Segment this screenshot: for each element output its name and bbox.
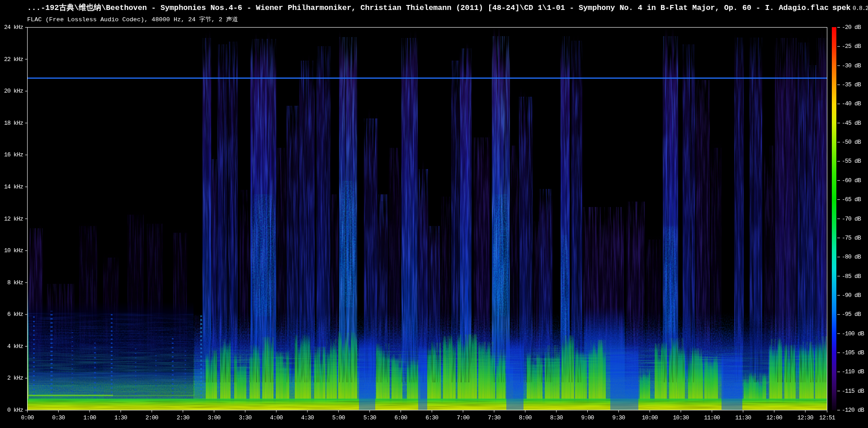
svg-text:6 kHz: 6 kHz (7, 311, 23, 318)
svg-text:spek: spek (832, 4, 851, 12)
svg-text:2 kHz: 2 kHz (7, 375, 23, 381)
svg-text:6:00: 6:00 (394, 414, 407, 421)
svg-text:6:30: 6:30 (425, 414, 438, 421)
svg-text:-40 dB: -40 dB (842, 100, 861, 107)
svg-text:10 kHz: 10 kHz (4, 247, 23, 254)
svg-text:20 kHz: 20 kHz (4, 88, 23, 94)
svg-text:-105 dB: -105 dB (842, 349, 864, 356)
svg-text:12 kHz: 12 kHz (4, 216, 23, 222)
svg-text:10:00: 10:00 (642, 414, 658, 421)
svg-text:9:30: 9:30 (612, 414, 625, 421)
svg-text:3:00: 3:00 (208, 414, 220, 421)
svg-text:FLAC (Free Lossless Audio Code: FLAC (Free Lossless Audio Codec), 48000 … (27, 16, 238, 23)
svg-text:12:30: 12:30 (797, 414, 813, 421)
svg-text:22 kHz: 22 kHz (4, 56, 23, 63)
svg-text:-55 dB: -55 dB (842, 158, 861, 165)
svg-text:1:30: 1:30 (114, 414, 127, 421)
svg-text:-65 dB: -65 dB (842, 196, 861, 203)
svg-text:-25 dB: -25 dB (842, 43, 861, 50)
svg-text:-110 dB: -110 dB (842, 368, 864, 375)
svg-text:4 kHz: 4 kHz (7, 343, 23, 350)
svg-text:0:30: 0:30 (52, 414, 65, 421)
svg-text:-45 dB: -45 dB (842, 120, 861, 127)
svg-text:11:30: 11:30 (735, 414, 751, 421)
svg-text:9:00: 9:00 (581, 414, 594, 421)
svg-text:7:00: 7:00 (457, 414, 469, 421)
svg-text:8:00: 8:00 (519, 414, 532, 421)
svg-text:2:30: 2:30 (177, 414, 189, 421)
svg-text:18 kHz: 18 kHz (4, 120, 23, 127)
svg-text:4:30: 4:30 (301, 414, 314, 421)
svg-text:8:30: 8:30 (550, 414, 563, 421)
svg-text:24 kHz: 24 kHz (4, 24, 23, 31)
svg-text:11:00: 11:00 (704, 414, 720, 421)
svg-text:-90 dB: -90 dB (842, 292, 861, 299)
svg-text:-120 dB: -120 dB (842, 407, 864, 414)
svg-text:2:00: 2:00 (146, 414, 158, 421)
svg-text:0 kHz: 0 kHz (7, 407, 23, 414)
svg-text:5:30: 5:30 (363, 414, 376, 421)
svg-text:-35 dB: -35 dB (842, 81, 861, 88)
svg-text:14 kHz: 14 kHz (4, 183, 23, 190)
svg-text:-100 dB: -100 dB (842, 330, 864, 337)
svg-text:0:00: 0:00 (21, 414, 33, 421)
svg-text:3:30: 3:30 (239, 414, 251, 421)
svg-text:12:51: 12:51 (819, 414, 835, 421)
svg-text:-30 dB: -30 dB (842, 62, 861, 69)
svg-text:-60 dB: -60 dB (842, 177, 861, 184)
svg-text:-70 dB: -70 dB (842, 216, 861, 222)
svg-text:-80 dB: -80 dB (842, 254, 861, 260)
svg-text:1:00: 1:00 (83, 414, 96, 421)
svg-text:-75 dB: -75 dB (842, 235, 861, 241)
svg-text:7:30: 7:30 (488, 414, 500, 421)
svg-text:10:30: 10:30 (673, 414, 689, 421)
svg-text:-95 dB: -95 dB (842, 311, 861, 318)
svg-text:16 kHz: 16 kHz (4, 151, 23, 158)
svg-text:4:00: 4:00 (270, 414, 283, 421)
svg-text:...-192古典\维也纳\Beethoven - Symp: ...-192古典\维也纳\Beethoven - Symphonies Nos… (27, 3, 829, 12)
svg-text:8 kHz: 8 kHz (7, 279, 23, 286)
svg-text:-20 dB: -20 dB (842, 24, 861, 31)
svg-text:-115 dB: -115 dB (842, 388, 864, 395)
svg-text:5:00: 5:00 (332, 414, 345, 421)
svg-text:-85 dB: -85 dB (842, 273, 861, 280)
svg-text:0.8.2: 0.8.2 (853, 5, 868, 12)
svg-text:-50 dB: -50 dB (842, 139, 861, 146)
svg-text:12:00: 12:00 (766, 414, 782, 421)
